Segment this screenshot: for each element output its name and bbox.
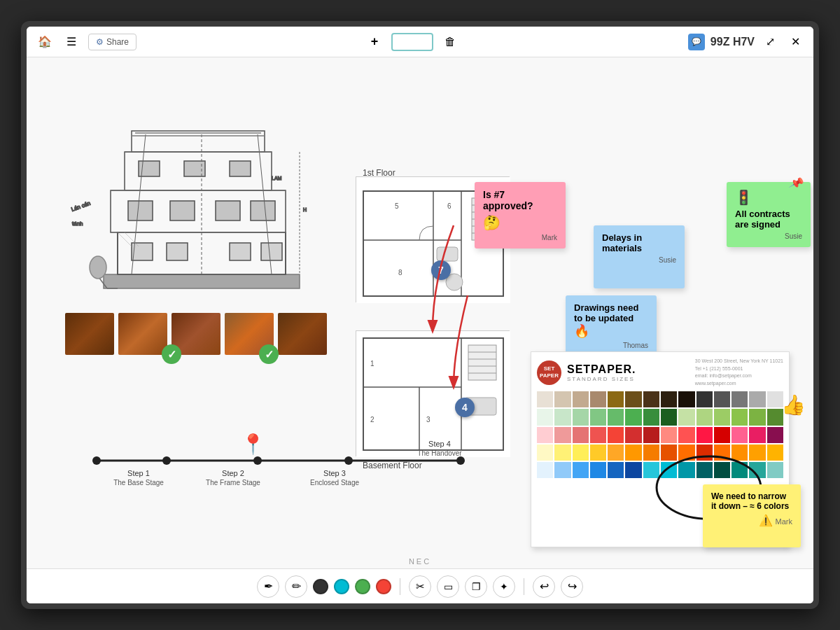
shape-tool[interactable] xyxy=(391,33,433,51)
badge-7: 7 xyxy=(431,260,451,280)
swatch xyxy=(537,462,553,478)
swatch xyxy=(749,444,765,461)
svg-point-72 xyxy=(253,456,262,465)
wood-5 xyxy=(278,313,327,355)
svg-rect-9 xyxy=(230,243,251,260)
image-tool[interactable]: ▭ xyxy=(437,575,459,598)
swatch xyxy=(732,462,748,478)
sticky-drawings-text: Drawings need to be updated xyxy=(574,302,648,323)
thumbs-up: 👍 xyxy=(781,393,806,416)
svg-text:Enclosed Stage: Enclosed Stage xyxy=(310,479,359,486)
swatch xyxy=(714,409,730,425)
swatch xyxy=(714,462,730,478)
separator-1 xyxy=(400,578,400,595)
color-teal[interactable] xyxy=(334,579,349,594)
svg-text:LAM: LAM xyxy=(272,176,282,181)
swatch xyxy=(625,444,641,461)
share-label: Share xyxy=(106,37,129,47)
checkmark-2: ✓ xyxy=(259,344,279,364)
sticky-yellow-author: Mark xyxy=(776,517,792,526)
swatch xyxy=(625,427,641,443)
share-button[interactable]: ⚙ Share xyxy=(88,34,136,50)
swatch xyxy=(643,462,659,478)
svg-text:The Base Stage: The Base Stage xyxy=(113,479,164,486)
redo-button[interactable]: ↪ xyxy=(561,575,583,598)
room-icon: 💬 xyxy=(688,34,705,50)
swatch xyxy=(661,462,677,478)
swatch xyxy=(590,427,606,443)
swatch xyxy=(732,391,748,407)
svg-point-73 xyxy=(344,456,353,465)
swatch xyxy=(643,444,659,461)
swatch xyxy=(749,391,765,407)
svg-text:The Frame Stage: The Frame Stage xyxy=(206,479,260,486)
menu-button[interactable]: ☰ xyxy=(62,32,81,52)
swatch xyxy=(732,409,748,425)
svg-text:1: 1 xyxy=(370,360,374,368)
swatch xyxy=(678,427,694,443)
undo-button[interactable]: ↩ xyxy=(533,575,555,598)
swatch xyxy=(767,427,783,443)
home-button[interactable]: 🏠 xyxy=(35,32,55,52)
pen-tool-2[interactable]: ✏ xyxy=(285,575,307,598)
swatch xyxy=(661,444,677,461)
wood-1 xyxy=(65,313,114,355)
swatch xyxy=(608,444,624,461)
scissors-tool[interactable]: ✂ xyxy=(409,575,431,598)
swatch xyxy=(749,409,765,425)
close-button[interactable]: ✕ xyxy=(785,32,805,52)
svg-text:5: 5 xyxy=(395,202,399,210)
sticky-note-delays: Delays in materials Susie xyxy=(594,225,685,288)
color-red[interactable] xyxy=(376,579,391,594)
sticky-delays-text: Delays in materials xyxy=(602,232,676,253)
badge-4: 4 xyxy=(455,398,475,417)
svg-rect-61 xyxy=(468,345,496,380)
checkmark-1: ✓ xyxy=(162,344,181,364)
room-code: 99Z H7V xyxy=(710,36,755,48)
svg-rect-6 xyxy=(132,131,265,152)
swatch xyxy=(696,444,713,461)
sticky-pink-text: Is #7 approved? xyxy=(483,189,557,211)
sticky-note-pink: Is #7 approved? 🤔 Mark xyxy=(475,182,566,248)
svg-text:H: H xyxy=(303,207,307,212)
sticky-drawings-author: Thomas xyxy=(574,342,648,349)
svg-text:6: 6 xyxy=(447,202,451,210)
svg-text:2: 2 xyxy=(370,416,374,424)
swatch xyxy=(573,427,589,443)
main-toolbar: 🏠 ☰ ⚙ Share + 🗑 💬 99Z H7V ⤢ ✕ xyxy=(27,27,813,57)
toolbar-left: 🏠 ☰ ⚙ Share xyxy=(35,32,136,52)
toolbar-right: 💬 99Z H7V ⤢ ✕ xyxy=(688,32,805,52)
swatch xyxy=(554,444,570,461)
swatch xyxy=(608,462,624,478)
sticky-pink-author: Mark xyxy=(483,234,557,241)
sticky-delays-author: Susie xyxy=(602,256,676,264)
swatch xyxy=(767,462,783,478)
swatch xyxy=(678,391,694,407)
swatch xyxy=(696,391,713,407)
svg-text:Step 1: Step 1 xyxy=(127,469,150,477)
expand-button[interactable]: ⤢ xyxy=(760,32,780,52)
canvas-area[interactable]: Lán cán tánh LAM H xyxy=(27,57,813,568)
add-button[interactable]: + xyxy=(365,32,384,52)
swatch xyxy=(573,391,589,407)
swatch xyxy=(714,391,730,407)
color-green[interactable] xyxy=(355,579,370,594)
svg-text:Step 3: Step 3 xyxy=(323,469,346,477)
swatch xyxy=(608,409,624,425)
copy-tool[interactable]: ❐ xyxy=(465,575,487,598)
sticky-note-drawings: Drawings need to be updated 🔥 Thomas xyxy=(566,295,657,356)
svg-rect-10 xyxy=(261,243,282,260)
swatch xyxy=(643,409,659,425)
wood-samples xyxy=(65,313,327,355)
color-dark[interactable] xyxy=(313,579,328,594)
network-tool[interactable]: ✦ xyxy=(493,575,515,598)
pen-tool-1[interactable]: ✒ xyxy=(257,575,279,598)
svg-rect-51 xyxy=(437,247,458,261)
svg-rect-8 xyxy=(167,243,188,260)
svg-text:8: 8 xyxy=(398,269,402,276)
location-pin: 📍 xyxy=(241,433,265,456)
delete-button[interactable]: 🗑 xyxy=(440,32,460,52)
swatch xyxy=(678,462,694,478)
swatch xyxy=(573,444,589,461)
swatch xyxy=(643,391,659,407)
